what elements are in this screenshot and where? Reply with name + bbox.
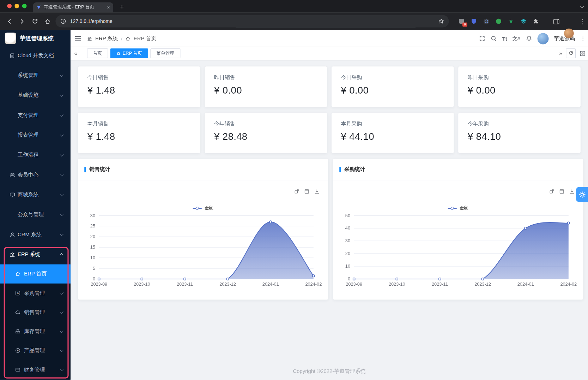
chevron-down-icon: [60, 73, 64, 77]
chart-toolbox: [548, 189, 575, 195]
hamburger-menu-icon[interactable]: [75, 35, 81, 41]
sidebar-item-mp[interactable]: 公众号管理: [0, 204, 71, 224]
svg-text:10: 10: [90, 255, 95, 260]
svg-text:2024-02: 2024-02: [560, 281, 577, 287]
app-logo[interactable]: 芋道管理系统: [0, 30, 71, 47]
person-icon: [10, 231, 16, 237]
url-text[interactable]: 127.0.0.1/erp/home: [70, 18, 438, 24]
top-navbar: ERP 系统 / ERP 首页 Tt 文A 芋道源码 ⋮: [71, 30, 588, 47]
stat-label: 今日销售: [87, 75, 191, 81]
tag-home[interactable]: 首页: [87, 48, 108, 58]
legend-label: 金额: [204, 205, 213, 212]
sidebar-item-workflow[interactable]: 工作流程: [0, 145, 71, 165]
font-size-icon[interactable]: Tt: [502, 35, 507, 41]
sidebar-item-pay[interactable]: 支付管理: [0, 105, 71, 125]
extension-adblock-icon[interactable]: 8: [457, 17, 466, 26]
home-button[interactable]: [42, 16, 53, 27]
site-info-icon[interactable]: [60, 18, 66, 24]
tags-scroll-right-icon[interactable]: »: [559, 50, 562, 56]
extension-layers-icon[interactable]: [519, 17, 528, 26]
browser-menu-kebab-icon[interactable]: ⋮: [577, 16, 588, 27]
chevron-down-icon: [60, 212, 64, 216]
purchase-chart-card: 采购统计 金额 010203040502023-092023-102023-11…: [333, 159, 583, 300]
svg-text:0: 0: [93, 276, 95, 281]
address-bar[interactable]: 127.0.0.1/erp/home: [55, 15, 449, 28]
window-minimize-button[interactable]: [14, 4, 19, 8]
tag-erp-home[interactable]: ERP 首页: [110, 48, 148, 58]
sidebar-item-erp[interactable]: ERP 系统: [0, 244, 71, 264]
chevron-up-icon: [60, 253, 64, 257]
tag-menu-mgmt[interactable]: 菜单管理: [150, 48, 180, 58]
tags-scroll-left-icon[interactable]: «: [74, 47, 77, 60]
sidebar-item-erp-purchase[interactable]: A 采购管理: [0, 284, 71, 303]
svg-text:30: 30: [345, 238, 350, 243]
toolbox-download-icon[interactable]: [569, 189, 575, 195]
back-button[interactable]: [4, 16, 15, 27]
reload-button[interactable]: [29, 16, 41, 27]
chart-header: 采购统计: [333, 159, 583, 180]
sidebar-item-label: 商城系统: [18, 191, 39, 198]
sidebar-item-label: 支付管理: [18, 112, 39, 118]
breadcrumb: ERP 系统 / ERP 首页: [87, 30, 156, 47]
extensions-puzzle-icon[interactable]: [531, 17, 540, 26]
new-tab-button[interactable]: +: [117, 2, 127, 12]
sidebar-item-erp-product[interactable]: P 产品管理: [0, 341, 71, 360]
sidebar-item-cloud-doc[interactable]: Cloud 开发文档: [0, 48, 71, 63]
chart-legend[interactable]: 金额: [333, 205, 583, 212]
tab-search-chevron-icon[interactable]: [581, 5, 584, 8]
window-close-button[interactable]: [7, 4, 12, 8]
search-icon[interactable]: [491, 35, 497, 42]
side-panel-icon[interactable]: [551, 16, 562, 27]
toolbox-dataview-icon[interactable]: [559, 189, 565, 195]
settings-gear-button[interactable]: [576, 187, 588, 202]
browser-tab[interactable]: 芋道管理系统 - ERP 首页 ×: [33, 2, 114, 12]
chevron-down-icon: [60, 153, 64, 156]
toolbox-download-icon[interactable]: [314, 189, 320, 195]
tag-label: ERP 首页: [123, 50, 142, 57]
sidebar-item-erp-stock[interactable]: 库存管理: [0, 322, 71, 341]
more-vert-icon[interactable]: ⋮: [580, 35, 586, 42]
sidebar-item-label: CRM 系统: [18, 231, 42, 238]
sidebar-item-erp-finance[interactable]: 财务管理: [0, 360, 71, 379]
app-root: 芋道管理系统 - ERP 首页 × + 127.0.0.1/erp/home 8: [0, 0, 588, 380]
layout-grid-icon[interactable]: [580, 50, 586, 57]
sidebar-item-crm[interactable]: CRM 系统: [0, 225, 71, 244]
tab-close-icon[interactable]: ×: [107, 5, 110, 10]
toolbox-restore-icon[interactable]: [293, 189, 299, 195]
toolbox-restore-icon[interactable]: [548, 189, 554, 195]
toolbox-dataview-icon[interactable]: [304, 189, 310, 195]
stat-card-today-sales: 今日销售¥ 1.48: [78, 66, 200, 107]
extension-shield-icon[interactable]: [469, 17, 479, 26]
extension-star-icon[interactable]: ★: [506, 17, 516, 26]
refresh-icon[interactable]: [566, 48, 576, 58]
breadcrumb-item[interactable]: ERP 系统: [95, 35, 118, 42]
extension-sphere-icon[interactable]: [481, 17, 491, 26]
browser-profile-avatar[interactable]: [564, 29, 574, 38]
window-zoom-button[interactable]: [22, 4, 27, 8]
svg-text:15: 15: [90, 244, 95, 250]
sidebar-item-erp-sales[interactable]: 销售管理: [0, 303, 71, 322]
stat-card-yesterday-sales: 昨日销售¥ 0.00: [205, 66, 327, 107]
bell-icon[interactable]: [526, 35, 532, 42]
forward-button[interactable]: [17, 16, 28, 27]
sidebar-menu: 系统管理 基础设施 支付管理 报表管理 工作流程 会员中心 商城系统 公众号管理…: [0, 65, 71, 264]
fullscreen-icon[interactable]: [479, 35, 485, 42]
sidebar-item-mall[interactable]: 商城系统: [0, 185, 71, 204]
svg-text:2023-12: 2023-12: [219, 281, 236, 287]
sidebar-item-erp-home[interactable]: ERP 首页: [0, 264, 71, 283]
bank-icon: [87, 36, 92, 41]
chart-legend[interactable]: 金额: [78, 205, 328, 212]
app-title: 芋道管理系统: [20, 35, 54, 42]
stat-label: 本月采购: [341, 120, 444, 127]
sidebar-item-member[interactable]: 会员中心: [0, 165, 71, 185]
stat-label: 本月销售: [87, 120, 191, 127]
sidebar-item-system[interactable]: 系统管理: [0, 65, 71, 85]
sidebar-item-infra[interactable]: 基础设施: [0, 85, 71, 105]
translate-icon[interactable]: 文A: [513, 35, 521, 42]
extension-green-circle-icon[interactable]: [494, 17, 503, 26]
stat-label: 昨日销售: [214, 75, 317, 81]
bookmark-star-icon[interactable]: [438, 18, 444, 24]
copyright-footer: Copyright ©2022-芋道管理系统: [71, 368, 588, 375]
user-avatar[interactable]: [538, 33, 549, 44]
sidebar-item-report[interactable]: 报表管理: [0, 125, 71, 145]
